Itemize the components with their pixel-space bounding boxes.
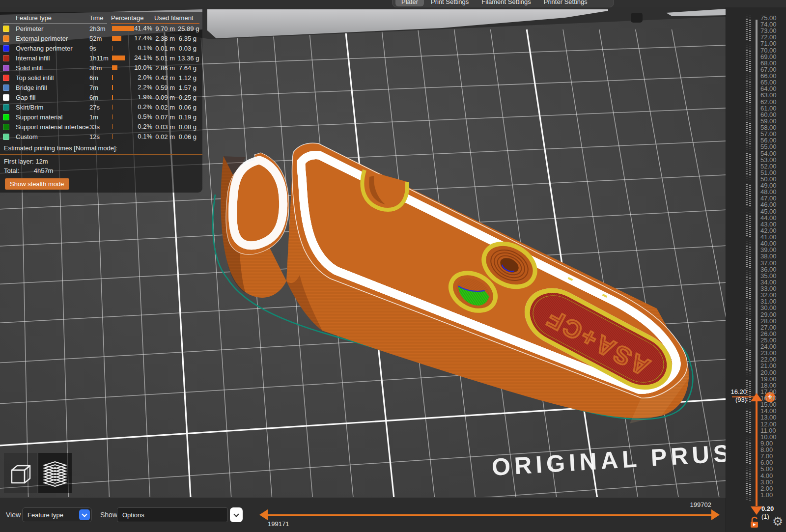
feature-percentage: 2.0%	[138, 74, 152, 81]
feature-color-swatch	[3, 114, 9, 120]
legend-row: Perimeter2h3m41.4%9.70 m25.89 g	[0, 24, 202, 33]
feature-filament-length: 0.02 m	[154, 133, 178, 140]
move-slider-right-arrow[interactable]	[711, 509, 720, 520]
show-stealth-mode-button[interactable]: Show stealth mode	[5, 178, 69, 190]
legend-row: Bridge infill7m2.2%0.59 m1.57 g	[0, 83, 202, 92]
feature-percentage: 0.1%	[138, 133, 152, 140]
feature-time: 33s	[89, 123, 111, 131]
view-label: View	[6, 511, 21, 519]
view-type-value: Feature type	[23, 511, 79, 519]
show-options-select[interactable]: Options	[117, 507, 228, 522]
tab-printer-settings[interactable]: Printer Settings	[538, 0, 593, 6]
preview-view-button[interactable]	[38, 453, 72, 493]
feature-color-swatch	[3, 55, 9, 61]
feature-filament-weight: 0.06 g	[178, 133, 199, 140]
feature-percentage: 10.0%	[134, 64, 152, 71]
total-time-value: 4h57m	[34, 167, 54, 174]
first-layer-time: First layer: 12m	[0, 157, 202, 166]
tab-print-settings[interactable]: Print Settings	[425, 0, 475, 6]
feature-label: Top solid infill	[16, 74, 89, 82]
legend-header: Feature type Time Percentage Used filame…	[0, 12, 202, 24]
feature-filament-length: 0.03 m	[154, 123, 178, 131]
feature-filament-length: 2.38 m	[154, 35, 178, 42]
feature-percentage-cell: 0.5%	[111, 112, 154, 122]
feature-time: 52m	[89, 35, 111, 42]
bottom-layer-number: (1)	[761, 513, 769, 520]
view-mode-buttons	[4, 453, 72, 493]
feature-filament-weight: 1.57 g	[178, 84, 199, 91]
legend-row: Overhang perimeter9s0.1%0.01 m0.03 g	[0, 43, 202, 53]
feature-color-swatch	[3, 75, 9, 81]
feature-label: Custom	[16, 133, 89, 140]
feature-filament-length: 5.01 m	[154, 55, 178, 62]
legend-row: Gap fill6m1.9%0.09 m0.25 g	[0, 92, 202, 102]
gear-icon[interactable]: ⚙	[772, 515, 783, 528]
legend-row: Support material1m0.5%0.07 m0.19 g	[0, 112, 202, 122]
move-slider-track[interactable]	[268, 514, 711, 516]
estimated-times-title: Estimated printing times [Normal mode]:	[0, 141, 202, 152]
unlock-icon[interactable]	[749, 516, 760, 531]
layer-slider-track-selected[interactable]	[756, 397, 758, 506]
feature-color-swatch	[3, 45, 9, 52]
percentage-bar	[112, 46, 112, 51]
total-time-row: Total: 4h57m	[0, 166, 202, 175]
feature-percentage-cell: 0.1%	[111, 43, 154, 53]
feature-label: Solid infill	[16, 64, 89, 72]
move-slider-left-arrow[interactable]	[259, 509, 268, 520]
feature-label: Support material	[16, 113, 89, 121]
feature-time: 1m	[89, 113, 111, 121]
current-layer-height: 16.20	[726, 388, 747, 395]
feature-filament-weight: 0.03 g	[178, 45, 199, 52]
legend-row: Solid infill30m10.0%2.86 m7.64 g	[0, 63, 202, 73]
feature-percentage-cell: 24.1%	[111, 53, 154, 63]
move-range-start: 199171	[268, 520, 289, 528]
legend-row: Support material interface33s0.2%0.03 m0…	[0, 122, 202, 132]
show-label: Show	[100, 511, 117, 519]
view-type-select[interactable]: Feature type	[22, 507, 92, 522]
legend-header-percentage: Percentage	[111, 14, 154, 22]
feature-percentage: 41.4%	[134, 25, 152, 32]
feature-label: Gap fill	[16, 94, 89, 101]
current-layer-number: (93)	[726, 396, 747, 403]
chevron-down-icon	[233, 511, 239, 517]
bottom-layer-height: 0.20	[761, 505, 774, 512]
feature-filament-weight: 13.36 g	[178, 55, 199, 62]
feature-label: External perimeter	[16, 35, 89, 42]
layer-tick-ruler[interactable]	[746, 15, 751, 501]
feature-filament-weight: 6.35 g	[178, 35, 199, 42]
tab-bar: Plater Print Settings Filament Settings …	[392, 0, 614, 7]
percentage-bar	[112, 65, 117, 70]
feature-filament-weight: 0.19 g	[178, 113, 199, 121]
prusaslicer-window: { "tabs": { "items": [ {"label": "Plater…	[0, 0, 786, 532]
chevron-down-icon	[82, 511, 87, 517]
percentage-bar	[112, 75, 113, 80]
legend-row: Skirt/Brim27s0.2%0.02 m0.06 g	[0, 102, 202, 112]
feature-filament-weight: 0.25 g	[178, 94, 199, 101]
legend-row: Custom12s0.1%0.02 m0.06 g	[0, 132, 202, 141]
tab-plater[interactable]: Plater	[395, 0, 424, 6]
feature-label: Internal infill	[16, 55, 89, 62]
percentage-bar	[112, 95, 113, 100]
feature-filament-weight: 25.89 g	[178, 25, 199, 32]
feature-label: Skirt/Brim	[16, 104, 89, 111]
tab-filament-settings[interactable]: Filament Settings	[476, 0, 536, 6]
layer-slider-track-upper[interactable]	[756, 20, 758, 397]
legend-row: Top solid infill6m2.0%0.42 m1.12 g	[0, 73, 202, 83]
feature-percentage-cell: 0.1%	[111, 132, 154, 141]
feature-color-swatch	[3, 26, 9, 32]
feature-label: Perimeter	[16, 25, 89, 32]
feature-time: 2h3m	[89, 25, 111, 32]
feature-percentage: 2.2%	[138, 84, 152, 91]
gcode-legend-panel: Feature type Time Percentage Used filame…	[0, 12, 202, 193]
feature-filament-length: 0.42 m	[154, 74, 178, 82]
legend-row: External perimeter52m17.4%2.38 m6.35 g	[0, 33, 202, 43]
editor-view-button[interactable]	[4, 453, 37, 493]
legend-header-feature-type: Feature type	[16, 14, 89, 22]
feature-time: 6m	[89, 74, 111, 82]
feature-time: 7m	[89, 84, 111, 91]
options-dropdown-button[interactable]	[230, 507, 243, 522]
legend-header-used-filament: Used filament	[154, 14, 199, 22]
feature-percentage-cell: 0.2%	[111, 122, 154, 132]
layer-slider-lower-handle[interactable]	[751, 506, 762, 515]
feature-percentage-cell: 1.9%	[111, 92, 154, 102]
